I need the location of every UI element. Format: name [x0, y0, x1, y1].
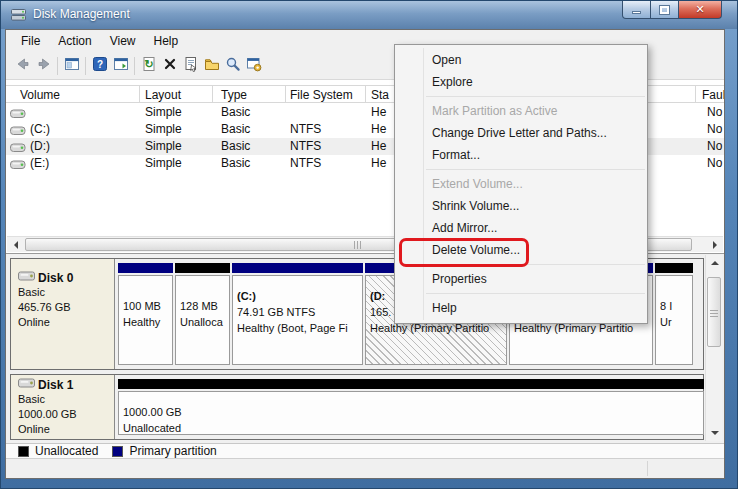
find-icon: [225, 56, 241, 76]
context-menu-item-mark-partition-as-active[interactable]: Mark Partition as Active: [395, 100, 647, 122]
scroll-left-button[interactable]: [8, 238, 23, 252]
context-menu-item-properties[interactable]: Properties: [395, 268, 647, 290]
column-header-type[interactable]: Type: [221, 88, 247, 102]
disk-header-1[interactable]: Disk 1Basic1000.00 GBOnline: [11, 375, 115, 439]
context-menu-item-shrink-volume[interactable]: Shrink Volume...: [395, 195, 647, 217]
title-bar[interactable]: Disk Management ✕: [1, 1, 737, 29]
partition-text-line: Healthy (Boot, Page Fi: [237, 320, 362, 336]
column-header-volume[interactable]: Volume: [20, 88, 60, 102]
vertical-scrollbar[interactable]: [705, 255, 722, 441]
column-header-file-system[interactable]: File System: [290, 88, 353, 102]
arrow-left-icon: [14, 241, 18, 249]
file-system-cell: NTFS: [290, 122, 321, 136]
console-settings-icon: [246, 56, 262, 76]
find-button[interactable]: [222, 56, 243, 76]
layout-cell: Simple: [145, 122, 182, 136]
layout-cell: Simple: [145, 156, 182, 170]
context-menu-item-change-drive-letter-and-paths[interactable]: Change Drive Letter and Paths...: [395, 122, 647, 144]
close-icon: ✕: [695, 3, 704, 16]
toolbar-separator: [85, 57, 86, 75]
status-cell: He: [371, 139, 386, 153]
menubar-item-action[interactable]: Action: [49, 32, 100, 50]
refresh-button[interactable]: ↻: [138, 56, 159, 76]
context-menu-item-explore[interactable]: Explore: [395, 71, 647, 93]
partition-label-box: 128 MBUnalloca: [175, 275, 230, 365]
close-button[interactable]: ✕: [678, 1, 722, 19]
partition-label-box: (C:)74.91 GB NTFSHealthy (Boot, Page Fi: [232, 275, 363, 365]
partition-cell-0-5[interactable]: 8 IUr: [655, 263, 693, 365]
open-folder-button[interactable]: [201, 56, 222, 76]
layout-cell: Simple: [145, 139, 182, 153]
menubar-item-help[interactable]: Help: [145, 32, 188, 50]
layout-cell: Simple: [145, 105, 182, 119]
minimize-button[interactable]: [622, 1, 651, 19]
maximize-button[interactable]: [651, 1, 678, 19]
drive-icon: [10, 159, 26, 173]
svg-text:↻: ↻: [144, 58, 153, 70]
legend-item-primary-partition: Primary partition: [112, 444, 216, 458]
fault-cell: No: [707, 105, 722, 119]
disk-row-1: Disk 1Basic1000.00 GBOnline1000.00 GBUna…: [10, 374, 704, 440]
partition-cell-1-0[interactable]: 1000.00 GBUnallocated: [118, 379, 704, 435]
vertical-scrollbar-thumb[interactable]: [707, 277, 721, 347]
scroll-down-button[interactable]: [707, 426, 722, 440]
partition-text-line: (C:): [237, 288, 362, 304]
disk-name-label: Disk 1: [38, 378, 73, 392]
menubar-item-view[interactable]: View: [101, 32, 145, 50]
scrollbar-grip-icon: [354, 241, 363, 249]
help-button[interactable]: ?: [89, 56, 110, 76]
menubar-item-file[interactable]: File: [12, 32, 49, 50]
partition-cell-0-0[interactable]: 100 MBHealthy: [118, 263, 173, 365]
context-menu: OpenExploreMark Partition as ActiveChang…: [394, 44, 648, 324]
partition-cell-0-2[interactable]: (C:)74.91 GB NTFSHealthy (Boot, Page Fi: [232, 263, 363, 365]
partition-cell-0-1[interactable]: 128 MBUnalloca: [175, 263, 230, 365]
column-header-layout[interactable]: Layout: [145, 88, 181, 102]
forward-button[interactable]: [33, 56, 54, 76]
volume-name: (C:): [30, 122, 50, 136]
properties-icon: [183, 56, 199, 76]
partition-text-line: 100 MB: [123, 298, 172, 314]
partition-text-line: Unalloca: [180, 314, 229, 330]
scroll-right-button[interactable]: [707, 238, 722, 252]
disk-icon: [18, 271, 36, 285]
disk-name: Disk 1: [18, 378, 114, 392]
column-header-sta[interactable]: Sta: [371, 88, 389, 102]
open-folder-icon: [204, 56, 220, 76]
menu-separator: [426, 293, 645, 294]
menu-separator: [426, 264, 645, 265]
refresh-icon: ↻: [141, 56, 157, 76]
context-menu-item-help[interactable]: Help: [395, 297, 647, 319]
column-separator: [139, 86, 140, 102]
partition-type-bar: [232, 263, 363, 273]
detail-pane-button[interactable]: [110, 56, 131, 76]
scroll-up-button[interactable]: [707, 256, 722, 270]
status-bar-divider: [647, 461, 648, 476]
properties-button[interactable]: [180, 56, 201, 76]
console-tree-button[interactable]: [61, 56, 82, 76]
drive-icon: [10, 125, 26, 139]
column-header-fault[interactable]: Fault: [702, 88, 724, 102]
console-tree-icon: [64, 56, 80, 76]
console-settings-button[interactable]: [243, 56, 264, 76]
fault-cell: No: [707, 122, 722, 136]
disk-header-0[interactable]: Disk 0Basic465.76 GBOnline: [11, 259, 115, 369]
file-system-cell: NTFS: [290, 139, 321, 153]
disk-info-line: Basic: [18, 392, 114, 407]
context-menu-item-add-mirror[interactable]: Add Mirror...: [395, 217, 647, 239]
context-menu-item-extend-volume[interactable]: Extend Volume...: [395, 173, 647, 195]
partition-text-line: 1000.00 GB: [123, 404, 703, 420]
partition-label-box: 100 MBHealthy: [118, 275, 173, 365]
forward-icon: [36, 56, 52, 76]
disk-icon: [18, 378, 36, 392]
disk-info-line: 465.76 GB: [18, 300, 114, 315]
legend-bar: UnallocatedPrimary partition: [6, 443, 724, 458]
context-menu-item-open[interactable]: Open: [395, 49, 647, 71]
menu-separator: [426, 169, 645, 170]
legend-label: Unallocated: [35, 444, 98, 458]
delete-button[interactable]: [159, 56, 180, 76]
context-menu-item-delete-volume[interactable]: Delete Volume...: [395, 239, 647, 261]
partition-text-line: Healthy: [123, 314, 172, 330]
context-menu-item-format[interactable]: Format...: [395, 144, 647, 166]
back-button[interactable]: [12, 56, 33, 76]
arrow-down-icon: [711, 431, 719, 435]
